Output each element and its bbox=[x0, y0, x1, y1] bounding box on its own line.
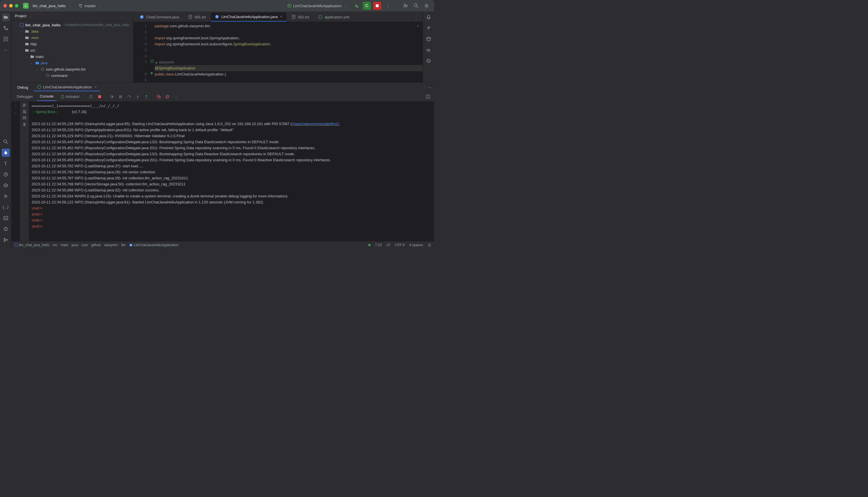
editor-tab[interactable]: 002.txt bbox=[288, 12, 313, 22]
ai-assistant-button[interactable] bbox=[424, 24, 433, 32]
breadcrumb-item[interactable]: LlmChatJavaHelloApplication bbox=[134, 243, 179, 247]
toggle-icon[interactable]: › bbox=[20, 36, 24, 39]
maven-button[interactable]: m bbox=[424, 46, 433, 54]
close-icon[interactable]: × bbox=[95, 85, 97, 89]
print-button[interactable] bbox=[23, 116, 26, 120]
toggle-icon[interactable]: › bbox=[41, 74, 44, 77]
rerun-button[interactable] bbox=[87, 93, 95, 100]
toggle-icon[interactable]: ⌄ bbox=[20, 49, 24, 52]
tree-item[interactable]: ›.mvn bbox=[12, 34, 133, 41]
indent-setting[interactable]: 4 spaces bbox=[409, 243, 423, 247]
breadcrumb-item[interactable]: src bbox=[53, 243, 57, 247]
readonly-toggle[interactable] bbox=[428, 243, 431, 247]
project-menu-chevron[interactable]: ⌄ bbox=[69, 4, 71, 8]
problems-tool-button[interactable] bbox=[2, 225, 10, 233]
stop-debug-button[interactable] bbox=[96, 93, 103, 100]
assistant-button[interactable] bbox=[424, 57, 433, 65]
layout-button[interactable] bbox=[424, 93, 432, 100]
tree-item[interactable]: ›command bbox=[12, 72, 133, 79]
text-tool-button[interactable]: T bbox=[2, 159, 10, 168]
console-tab[interactable]: Console bbox=[37, 93, 57, 101]
run-tool-button[interactable] bbox=[2, 192, 10, 200]
services-tool-button[interactable] bbox=[2, 181, 10, 189]
tree-item[interactable]: ›http bbox=[12, 41, 133, 47]
mute-breakpoints-button[interactable] bbox=[164, 93, 171, 100]
code-with-me-button[interactable] bbox=[402, 2, 410, 10]
console-output[interactable]: =========|_|==============|___/=/_/_/_/ … bbox=[29, 102, 434, 241]
toggle-icon[interactable]: ⌄ bbox=[25, 55, 29, 58]
breadcrumb-item[interactable]: main bbox=[60, 243, 68, 247]
structure-tool-button[interactable] bbox=[2, 35, 10, 43]
database-button[interactable] bbox=[424, 35, 433, 43]
run-config-tab[interactable]: LlmChatJavaHelloApplication × bbox=[34, 83, 100, 91]
editor-tab[interactable]: application.yml bbox=[314, 12, 353, 22]
inspection-ok-icon[interactable]: ✓ bbox=[417, 24, 420, 28]
toggle-icon[interactable]: ⌄ bbox=[36, 68, 39, 71]
panel-minimize-button[interactable]: — bbox=[428, 85, 432, 89]
branch-selector[interactable]: master ⌄ bbox=[79, 4, 101, 8]
toggle-icon[interactable]: ⌄ bbox=[15, 24, 18, 27]
toggle-icon[interactable]: › bbox=[20, 42, 24, 46]
resume-button[interactable] bbox=[108, 93, 116, 100]
tree-item[interactable]: ⌄src bbox=[12, 47, 133, 53]
project-name-label[interactable]: llm_chat_java_hello bbox=[33, 4, 66, 8]
project-tree[interactable]: ⌄ llm_chat_java_hello ~/code/llm/LlmInAc… bbox=[12, 21, 133, 82]
close-tab-button[interactable]: × bbox=[280, 14, 282, 19]
editor-tab[interactable]: CLlmChatJavaHelloApplication.java× bbox=[211, 12, 286, 22]
run-button[interactable] bbox=[363, 2, 371, 10]
notifications-button[interactable] bbox=[424, 13, 433, 21]
breadcrumbs[interactable]: llm_chat_java_hello›src›main›java›com›gi… bbox=[19, 243, 179, 247]
caret-position[interactable]: 7:23 bbox=[375, 243, 382, 247]
file-encoding[interactable]: UTF-8 bbox=[395, 243, 405, 247]
tree-item[interactable]: ⌄com.github.xiaoymin.llm bbox=[12, 66, 133, 72]
step-over-button[interactable] bbox=[125, 93, 133, 100]
breadcrumb-item[interactable]: llm_chat_java_hello bbox=[19, 243, 49, 247]
minimize-window-button[interactable] bbox=[9, 4, 13, 8]
terminal-tool-button[interactable] bbox=[2, 214, 10, 222]
commit-tool-button[interactable] bbox=[2, 24, 10, 32]
close-window-button[interactable] bbox=[3, 4, 7, 8]
breadcrumb-item[interactable]: com bbox=[81, 243, 88, 247]
tree-item[interactable]: ⌄main bbox=[12, 53, 133, 60]
find-tool-button[interactable] bbox=[2, 138, 10, 146]
soft-wrap-button[interactable] bbox=[23, 103, 26, 107]
actuator-tab[interactable]: Actuator bbox=[58, 93, 82, 101]
breadcrumb-item[interactable]: github bbox=[91, 243, 101, 247]
breadcrumb-item[interactable]: llm bbox=[121, 243, 125, 247]
tree-item[interactable]: ⌄java bbox=[12, 60, 133, 66]
search-button[interactable] bbox=[412, 2, 420, 10]
panel-options-button[interactable]: ⋮ bbox=[422, 85, 426, 89]
project-panel-header[interactable]: Project ⌄ bbox=[12, 12, 133, 21]
build-tool-button[interactable]: {.} bbox=[2, 203, 10, 211]
up-arrow-button[interactable]: ↑ bbox=[15, 103, 17, 108]
run-config-selector[interactable]: LlmChatJavaHelloApplication ⌄ bbox=[287, 4, 347, 8]
pause-button[interactable] bbox=[117, 93, 124, 100]
stop-button[interactable] bbox=[373, 2, 381, 10]
scroll-to-end-button[interactable] bbox=[23, 110, 26, 114]
view-breakpoints-button[interactable] bbox=[155, 93, 163, 100]
clear-button[interactable] bbox=[23, 122, 26, 126]
line-separator[interactable]: LF bbox=[386, 243, 390, 247]
tree-item[interactable]: ›.idea bbox=[12, 28, 133, 34]
breadcrumb-item[interactable]: java bbox=[71, 243, 78, 247]
down-arrow-button[interactable]: ↓ bbox=[15, 110, 17, 114]
more-actions-button[interactable]: ⋮ bbox=[383, 2, 392, 10]
more-tool-button[interactable]: ⋯ bbox=[2, 46, 10, 54]
breadcrumb-item[interactable]: xiaoymin bbox=[104, 243, 118, 247]
code-editor[interactable]: 123456789 package com.github.xiaoymin.ll… bbox=[134, 22, 422, 82]
debug-tab[interactable]: Debug bbox=[14, 83, 31, 92]
debugger-tab[interactable]: Debugger bbox=[14, 93, 36, 101]
profiler-tool-button[interactable] bbox=[2, 170, 10, 179]
tab-more-button[interactable]: ⋮ bbox=[412, 17, 420, 22]
project-tool-button[interactable] bbox=[2, 13, 10, 21]
settings-button[interactable] bbox=[422, 2, 431, 10]
step-out-button[interactable] bbox=[143, 93, 150, 100]
toggle-icon[interactable]: › bbox=[20, 30, 24, 33]
editor-tab[interactable]: 001.txt bbox=[184, 12, 210, 22]
status-indicator[interactable] bbox=[368, 244, 370, 246]
step-into-button[interactable] bbox=[134, 93, 141, 100]
debug-tool-button[interactable] bbox=[2, 148, 10, 157]
toggle-icon[interactable]: ⌄ bbox=[30, 61, 34, 65]
tree-root[interactable]: ⌄ llm_chat_java_hello ~/code/llm/LlmInAc… bbox=[12, 22, 133, 28]
debug-button[interactable] bbox=[352, 2, 361, 10]
